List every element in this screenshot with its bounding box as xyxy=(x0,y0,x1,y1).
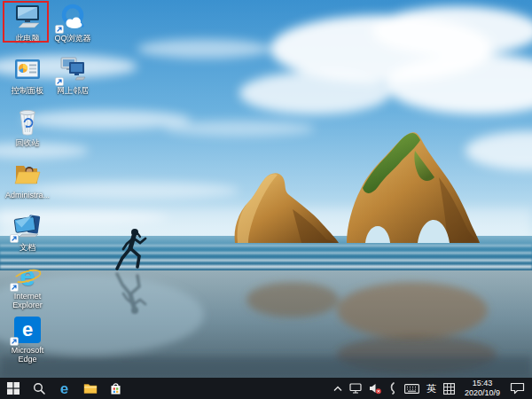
desktop-icon-administrator[interactable]: Administra... xyxy=(4,160,51,200)
documents-icon xyxy=(12,212,43,242)
search-button[interactable] xyxy=(26,378,51,399)
pen-icon xyxy=(388,382,397,395)
edge-e-glyph: e xyxy=(22,320,33,340)
desktop-icon-recycle-bin[interactable]: 回收站 xyxy=(4,107,51,147)
ime-language-indicator[interactable]: 英 xyxy=(426,378,436,399)
shortcut-arrow-icon xyxy=(10,234,19,243)
desktop-icon-microsoft-edge[interactable]: e Microsoft Edge xyxy=(4,315,51,364)
windows-desktop: 此电脑 QQ浏览器 xyxy=(0,0,532,399)
file-explorer-icon xyxy=(83,382,98,395)
network-icon xyxy=(349,383,362,394)
desktop-icon-label: QQ浏览器 xyxy=(54,34,90,43)
shortcut-arrow-icon xyxy=(10,337,19,346)
taskbar-clock[interactable]: 15:43 2020/10/9 xyxy=(462,379,503,398)
volume-muted-icon xyxy=(369,383,381,395)
action-center-icon xyxy=(510,382,525,395)
search-icon xyxy=(33,382,45,395)
desktop-icon-label: 此电脑 xyxy=(16,34,40,43)
control-panel-icon xyxy=(12,55,43,85)
microsoft-store-icon xyxy=(109,382,122,395)
ime-grid-icon xyxy=(443,383,455,395)
action-center-button[interactable] xyxy=(510,378,525,399)
desktop-icon-label: Microsoft Edge xyxy=(4,346,51,364)
shortcut-arrow-icon xyxy=(55,77,64,86)
desktop-icon-label: Administra... xyxy=(5,191,50,200)
windows-logo-icon xyxy=(7,382,20,395)
taskbar-file-explorer-button[interactable] xyxy=(77,378,103,399)
clock-date: 2020/10/9 xyxy=(465,388,500,398)
clock-time: 15:43 xyxy=(473,379,493,388)
microsoft-edge-icon: e xyxy=(12,315,43,345)
desktop-icon-this-pc[interactable]: 此电脑 xyxy=(4,3,51,43)
shortcut-arrow-icon xyxy=(10,283,19,292)
this-pc-icon xyxy=(12,3,43,33)
edge-icon: e xyxy=(60,381,68,396)
network-neighborhood-icon xyxy=(57,55,89,85)
touch-keyboard-icon xyxy=(404,384,419,394)
recycle-bin-icon xyxy=(12,107,43,137)
system-tray: 英 15:43 2020/10/9 xyxy=(333,378,532,399)
touch-keyboard-tray-icon[interactable] xyxy=(404,378,419,399)
desktop-icon-label: Internet Explorer xyxy=(4,292,51,310)
shortcut-arrow-icon xyxy=(55,25,64,34)
taskbar-edge-button[interactable]: e xyxy=(51,378,77,399)
desktop-icon-label: 回收站 xyxy=(16,138,40,147)
desktop-icon-network[interactable]: 网上邻居 xyxy=(50,55,96,95)
user-folder-icon xyxy=(12,160,43,190)
desktop-icon-label: 文档 xyxy=(20,243,35,252)
chevron-up-icon xyxy=(333,386,342,392)
desktop-icon-qq-browser[interactable]: QQ浏览器 xyxy=(50,3,96,43)
desktop-icon-control-panel[interactable]: 控制面板 xyxy=(4,55,51,95)
volume-tray-icon[interactable] xyxy=(369,378,381,399)
beach xyxy=(0,270,532,378)
hidden-icons-chevron[interactable] xyxy=(333,378,342,399)
desktop-icon-documents[interactable]: 文档 xyxy=(4,212,51,252)
network-tray-icon[interactable] xyxy=(349,378,362,399)
taskbar: e xyxy=(0,378,532,399)
desktop-icon-internet-explorer[interactable]: e Internet Explorer xyxy=(4,261,51,310)
ime-toolbar-tray-icon[interactable] xyxy=(443,378,455,399)
desktop-icon-label: 网上邻居 xyxy=(57,86,89,95)
start-button[interactable] xyxy=(0,378,26,399)
qq-browser-icon xyxy=(57,3,89,33)
desktop-icon-label: 控制面板 xyxy=(12,86,43,95)
internet-explorer-icon: e xyxy=(12,261,43,291)
pen-tray-icon[interactable] xyxy=(388,378,397,399)
taskbar-store-button[interactable] xyxy=(103,378,129,399)
